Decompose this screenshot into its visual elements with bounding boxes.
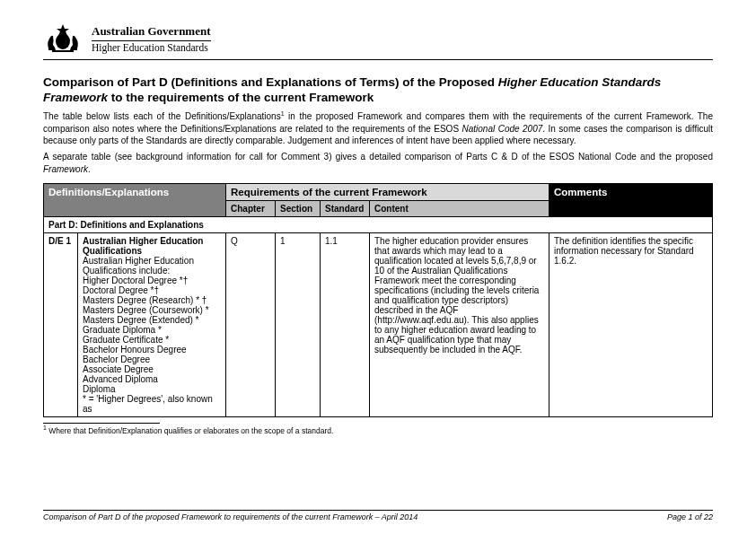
subheader-standard: Standard [321, 200, 370, 216]
subheader-chapter: Chapter [226, 200, 276, 216]
subheader-section: Section [276, 200, 321, 216]
desc-body: Australian Higher Education Qualificatio… [83, 256, 213, 414]
table-row: D/E 1 Australian Higher Education Qualif… [44, 232, 713, 416]
intro-paragraph-2: A separate table (see background informa… [43, 151, 713, 176]
footnote-1: 1 Where that Definition/Explanation qual… [43, 425, 713, 435]
footnote-rule [43, 423, 160, 424]
part-d-label: Part D: Definitions and Explanations [44, 216, 713, 232]
document-title: Comparison of Part D (Definitions and Ex… [43, 74, 713, 106]
cell-section: 1 [276, 232, 321, 416]
footer-left: Comparison of Part D of the proposed Fra… [43, 512, 418, 521]
title-trailing: to the requirements of the current Frame… [108, 91, 374, 104]
cell-comments: The definition identifies the specific i… [549, 232, 713, 416]
footnote-text: Where that Definition/Explanation qualif… [47, 426, 333, 435]
header-definitions: Definitions/Explanations [44, 183, 226, 216]
comparison-table: Definitions/Explanations Requirements of… [43, 183, 713, 417]
crest-icon [43, 22, 83, 56]
p2-a: A separate table (see background informa… [43, 152, 713, 162]
gov-line: Australian Government [92, 24, 211, 39]
footer-right: Page 1 of 22 [667, 512, 713, 521]
p2-ital: Framework [43, 164, 88, 174]
p1-a: The table below lists each of the Defini… [43, 111, 281, 121]
page-header: Australian Government Higher Education S… [43, 22, 713, 60]
header-requirements: Requirements of the current Framework [226, 183, 549, 200]
cell-content: The higher education provider ensures th… [370, 232, 549, 416]
cell-standard: 1.1 [321, 232, 370, 416]
cell-description: Australian Higher Education Qualificatio… [78, 232, 226, 416]
desc-lead: Australian Higher Education Qualificatio… [83, 236, 203, 256]
part-d-row: Part D: Definitions and Explanations [44, 216, 713, 232]
dept-line: Higher Education Standards [92, 40, 211, 53]
subheader-content: Content [370, 200, 549, 216]
p1-ital: National Code 2007 [462, 124, 543, 134]
header-text: Australian Government Higher Education S… [92, 24, 211, 53]
page-footer: Comparison of Part D of the proposed Fra… [43, 510, 713, 521]
cell-chapter: Q [226, 232, 276, 416]
intro-paragraph-1: The table below lists each of the Defini… [43, 109, 713, 148]
group-header-row: Definitions/Explanations Requirements of… [44, 183, 713, 200]
header-comments: Comments [549, 183, 713, 216]
title-leading: Comparison of Part D (Definitions and Ex… [43, 75, 498, 89]
p2-b: . [88, 164, 91, 174]
svg-rect-1 [52, 50, 74, 52]
svg-point-0 [56, 33, 70, 49]
cell-code: D/E 1 [44, 232, 78, 416]
